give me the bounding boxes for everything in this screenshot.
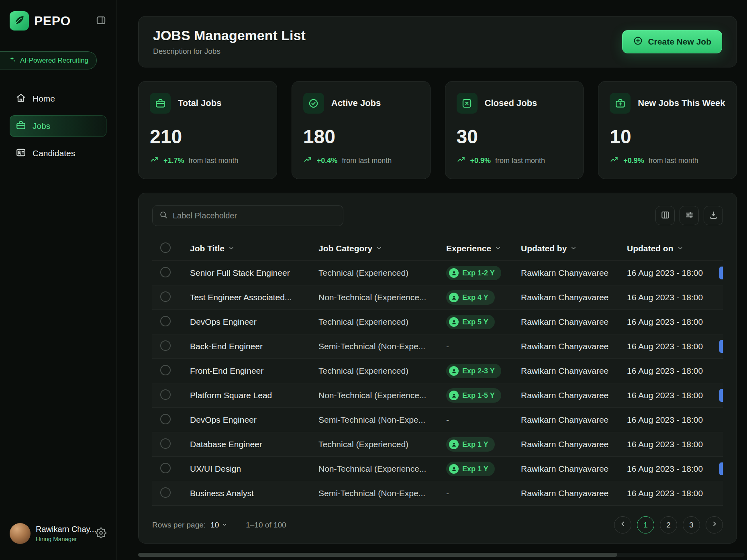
create-new-job-button[interactable]: Create New Job (622, 30, 722, 53)
pagination: 1 2 3 (614, 516, 723, 534)
row-checkbox[interactable] (160, 414, 171, 424)
stat-delta: +0.9% (623, 157, 644, 165)
download-icon (709, 210, 718, 221)
logo-row: PEPO (10, 11, 106, 31)
job-title-cell: Test Engineer Associated... (190, 293, 318, 302)
row-checkbox[interactable] (160, 291, 171, 302)
stat-note: from last month (342, 157, 392, 165)
column-header-updated-on[interactable]: Updated on (627, 244, 723, 253)
column-label: Experience (446, 244, 491, 253)
ai-badge-label: AI-Powered Recruiting (20, 57, 88, 65)
experience-cell: Exp 1 Y (446, 437, 521, 452)
sidebar-collapse-button[interactable] (96, 15, 106, 27)
sliders-icon (685, 210, 694, 221)
chevron-down-icon (376, 244, 382, 253)
job-title-cell: DevOps Engineer (190, 317, 318, 327)
sidebar-item-label: Jobs (33, 121, 50, 131)
table-row[interactable]: Test Engineer Associated... Non-Technica… (152, 285, 723, 310)
updated-on-cell: 16 Aug 2023 - 18:00 (627, 366, 723, 376)
column-label: Job Title (190, 244, 225, 253)
experience-empty-value: - (446, 342, 449, 351)
table-row[interactable]: UX/UI Design Non-Technical (Experience..… (152, 457, 723, 481)
column-header-experience[interactable]: Experience (446, 244, 521, 253)
stat-note: from last month (495, 157, 545, 165)
id-card-icon (16, 147, 26, 160)
column-header-updated-by[interactable]: Updated by (521, 244, 627, 253)
person-icon (449, 268, 459, 278)
search-input[interactable] (173, 211, 337, 220)
rows-per-page-select[interactable]: 10 (210, 521, 227, 529)
row-checkbox[interactable] (160, 487, 171, 498)
sidebar-item-jobs[interactable]: Jobs (10, 115, 106, 137)
experience-label: Exp 1-2 Y (462, 269, 495, 277)
experience-cell: Exp 1 Y (446, 462, 521, 476)
experience-cell: Exp 5 Y (446, 315, 521, 329)
experience-cell: Exp 2-3 Y (446, 364, 521, 378)
sidebar-item-home[interactable]: Home (10, 88, 106, 110)
scrollbar-thumb[interactable] (138, 553, 617, 557)
next-page-button[interactable] (706, 516, 723, 534)
columns-button[interactable] (655, 206, 675, 225)
row-status-indicator (719, 389, 723, 402)
experience-cell: - (446, 342, 521, 351)
job-category-cell: Non-Technical (Experience... (318, 464, 446, 474)
row-checkbox[interactable] (160, 365, 171, 375)
user-name: Rawikarn Chay... (36, 525, 90, 534)
updated-on-cell: 16 Aug 2023 - 18:00 (627, 489, 723, 498)
person-icon (449, 366, 459, 376)
job-title-cell: Platform Square Lead (190, 391, 318, 400)
sidebar-item-label: Candidates (33, 149, 75, 158)
job-category-cell: Semi-Technical (Non-Expe... (318, 415, 446, 425)
previous-page-button[interactable] (614, 516, 631, 534)
row-checkbox[interactable] (160, 463, 171, 473)
filter-button[interactable] (680, 206, 699, 225)
person-icon (449, 293, 459, 302)
updated-by-cell: Rawikarn Chanyavaree (521, 489, 627, 498)
settings-button[interactable] (96, 527, 106, 540)
page-header-text: JOBS Management List Description for Job… (153, 28, 306, 56)
updated-on-cell: 16 Aug 2023 - 18:00 (627, 268, 723, 278)
row-checkbox[interactable] (160, 340, 171, 351)
page-subtitle: Description for Jobs (153, 47, 306, 56)
trend-up-icon (303, 155, 312, 166)
home-icon (16, 93, 26, 105)
row-checkbox[interactable] (160, 316, 171, 326)
stat-value: 210 (150, 126, 265, 148)
row-checkbox[interactable] (160, 438, 171, 449)
page-button-3[interactable]: 3 (683, 516, 700, 534)
table-row[interactable]: DevOps Engineer Semi-Technical (Non-Expe… (152, 408, 723, 432)
page-button-2[interactable]: 2 (660, 516, 677, 534)
job-title-cell: Front-End Engineer (190, 366, 318, 376)
experience-cell: Exp 1-5 Y (446, 388, 521, 403)
table-row[interactable]: Business Analyst Semi-Technical (Non-Exp… (152, 481, 723, 506)
stat-label: New Jobs This Week (638, 98, 725, 108)
download-button[interactable] (704, 206, 723, 225)
select-all-checkbox[interactable] (160, 242, 171, 253)
updated-by-cell: Rawikarn Chanyavaree (521, 268, 627, 278)
user-profile[interactable]: Rawikarn Chay... Hiring Manager (10, 523, 106, 544)
horizontal-scrollbar[interactable] (138, 553, 745, 557)
table-row[interactable]: DevOps Engineer Technical (Experienced) … (152, 310, 723, 334)
sidebar-item-candidates[interactable]: Candidates (10, 143, 106, 164)
stat-delta: +1.7% (163, 157, 184, 165)
column-header-job-title[interactable]: Job Title (190, 244, 318, 253)
row-status-indicator (719, 340, 723, 353)
stat-value: 10 (610, 126, 725, 148)
table-row[interactable]: Front-End Engineer Technical (Experience… (152, 359, 723, 383)
stat-card-closed-jobs: Closed Jobs 30 +0.9% from last month (445, 81, 584, 179)
updated-by-cell: Rawikarn Chanyavaree (521, 464, 627, 474)
table-row[interactable]: Senior Full Stack Engineer Technical (Ex… (152, 261, 723, 285)
job-title-cell: Back-End Engineer (190, 342, 318, 351)
experience-label: Exp 1 Y (462, 465, 488, 473)
page-button-1[interactable]: 1 (637, 516, 654, 534)
row-checkbox[interactable] (160, 389, 171, 400)
table-row[interactable]: Platform Square Lead Non-Technical (Expe… (152, 383, 723, 408)
column-header-job-category[interactable]: Job Category (318, 244, 446, 253)
rows-per-page-value: 10 (210, 521, 219, 529)
row-checkbox[interactable] (160, 267, 171, 277)
table-row[interactable]: Back-End Engineer Semi-Technical (Non-Ex… (152, 334, 723, 359)
square-x-icon (457, 93, 478, 114)
table-row[interactable]: Database Engineer Technical (Experienced… (152, 432, 723, 457)
page-header-card: JOBS Management List Description for Job… (138, 16, 737, 67)
updated-by-cell: Rawikarn Chanyavaree (521, 391, 627, 400)
